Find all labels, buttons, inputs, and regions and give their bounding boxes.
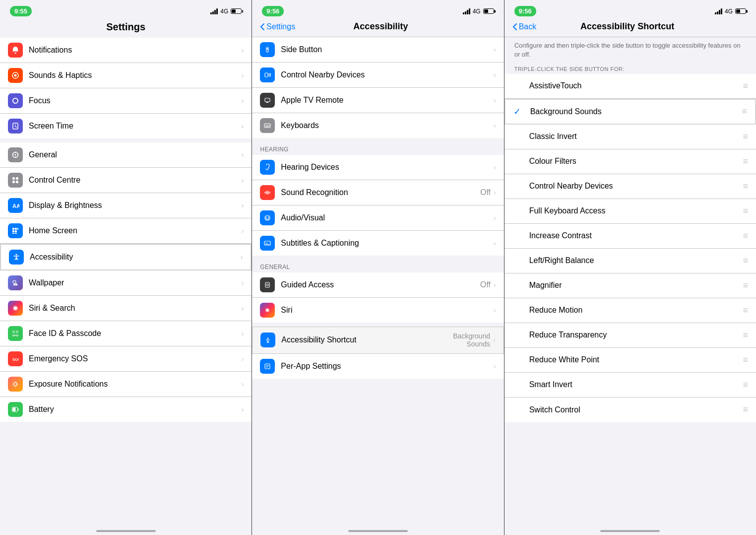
controlnearby-label: Control Nearby Devices	[281, 70, 494, 79]
svg-text:SOS: SOS	[12, 357, 19, 362]
drag-handle-classicinvert[interactable]: ≡	[743, 132, 748, 142]
svg-rect-25	[13, 408, 16, 411]
keyboards-label: Keyboards	[281, 121, 494, 130]
settings-item-controlcentre[interactable]: Control Centre ›	[0, 168, 252, 193]
screentime-icon	[8, 119, 23, 134]
display-icon: AA	[8, 198, 23, 213]
signal-icon-3	[715, 8, 722, 14]
status-icons-3: 4G	[715, 8, 746, 15]
settings-item-display[interactable]: AA Display & Brightness ›	[0, 193, 252, 218]
drag-handle-smartinvert[interactable]: ≡	[743, 380, 748, 390]
drag-handle-assistivetouch[interactable]: ≡	[743, 81, 748, 91]
drag-handle-increasecontrast[interactable]: ≡	[743, 231, 748, 241]
settings-title: Settings	[8, 21, 244, 33]
shortcut-item-reducetransparency[interactable]: ✓ Reduce Transparency ≡	[504, 323, 756, 348]
display-label: Display & Brightness	[29, 201, 242, 210]
notifications-icon	[8, 43, 23, 58]
settings-item-wallpaper[interactable]: Wallpaper ›	[0, 270, 252, 296]
settings-scroll-1[interactable]: Notifications › Sounds & Haptics ›	[0, 38, 252, 521]
a11y-item-audiovisual[interactable]: Audio/Visual ›	[252, 205, 504, 231]
settings-item-sos[interactable]: SOS Emergency SOS ›	[0, 346, 252, 372]
a11y-item-shortcut[interactable]: Accessibility Shortcut BackgroundSounds …	[252, 327, 504, 354]
status-time-1: 9:55	[10, 6, 32, 16]
shortcut-item-controlnearby2[interactable]: ✓ Control Nearby Devices ≡	[504, 174, 756, 199]
shortcut-item-classicinvert[interactable]: ✓ Classic Invert ≡	[504, 125, 756, 149]
settings-item-homescreen[interactable]: Home Screen ›	[0, 218, 252, 244]
shortcut-item-reducewhitepoint[interactable]: ✓ Reduce White Point ≡	[504, 348, 756, 373]
a11y-item-siri2[interactable]: Siri ›	[252, 298, 504, 323]
home-bar-line-3	[600, 530, 660, 532]
battery-icon-3	[735, 8, 746, 14]
settings-item-sounds[interactable]: Sounds & Haptics ›	[0, 63, 252, 88]
status-bar-3: 9:56 4G	[504, 0, 756, 18]
general-icon	[8, 147, 23, 162]
back-label-2: Settings	[266, 22, 295, 31]
shortcut-item-assistivetouch[interactable]: ✓ AssistiveTouch ≡	[504, 74, 756, 99]
shortcut-item-fullkeyboard[interactable]: ✓ Full Keyboard Access ≡	[504, 199, 756, 224]
drag-handle-reducetransparency[interactable]: ≡	[743, 330, 748, 340]
controlcentre-icon	[8, 173, 23, 188]
shortcut-item-bgsounds[interactable]: ✓ Background Sounds ≡	[504, 99, 756, 125]
shortcut-label-assistivetouch: AssistiveTouch	[529, 81, 743, 90]
a11y-item-guidedaccess[interactable]: Guided Access Off ›	[252, 272, 504, 298]
chevron-perappsettings: ›	[494, 362, 496, 370]
exposure-label: Exposure Notifications	[29, 380, 242, 389]
drag-handle-reducemotion[interactable]: ≡	[743, 305, 748, 316]
chevron-general: ›	[242, 151, 244, 159]
shortcut-subtitle: Configure and then triple-click the side…	[504, 37, 756, 61]
status-icons-2: 4G	[463, 8, 494, 15]
status-time-2: 9:56	[262, 6, 284, 16]
soundrecog-label: Sound Recognition	[281, 188, 480, 197]
drag-handle-fullkeyboard[interactable]: ≡	[743, 206, 748, 216]
back-to-settings[interactable]: Settings	[260, 22, 295, 31]
svg-point-34	[268, 216, 269, 217]
shortcut-label-reducemotion: Reduce Motion	[529, 306, 743, 315]
a11y-item-keyboards[interactable]: Keyboards ›	[252, 113, 504, 138]
settings-item-screentime[interactable]: Screen Time ›	[0, 114, 252, 138]
settings-item-exposure[interactable]: Exposure Notifications ›	[0, 372, 252, 397]
appletv-icon	[260, 93, 275, 108]
shortcut-scroll[interactable]: Configure and then triple-click the side…	[504, 37, 756, 522]
a11y-item-subtitles[interactable]: Subtitles & Captioning ›	[252, 231, 504, 256]
settings-item-faceid[interactable]: Face ID & Passcode ›	[0, 321, 252, 346]
settings-item-siri[interactable]: Siri & Search ›	[0, 296, 252, 321]
settings-item-focus[interactable]: Focus ›	[0, 88, 252, 114]
drag-handle-bgsounds[interactable]: ≡	[742, 106, 747, 117]
accessibility-nav: Settings Accessibility	[252, 18, 504, 37]
shortcut-label-2: Accessibility Shortcut	[281, 335, 453, 344]
settings-item-battery[interactable]: Battery ›	[0, 397, 252, 422]
drag-handle-leftrightbalance[interactable]: ≡	[743, 256, 748, 266]
a11y-item-appletv[interactable]: Apple TV Remote ›	[252, 88, 504, 113]
a11y-item-controlnearby[interactable]: Control Nearby Devices ›	[252, 63, 504, 88]
home-bar-1	[0, 521, 252, 535]
a11y-item-hearingdevices[interactable]: Hearing Devices ›	[252, 155, 504, 180]
chevron-siri2: ›	[494, 306, 496, 314]
shortcut-item-switchcontrol[interactable]: ✓ Switch Control ≡	[504, 398, 756, 422]
drag-handle-colourfilters[interactable]: ≡	[743, 156, 748, 167]
drag-handle-switchcontrol[interactable]: ≡	[743, 404, 748, 415]
svg-rect-24	[18, 408, 19, 410]
drag-handle-reducewhitepoint[interactable]: ≡	[743, 355, 748, 365]
drag-handle-magnifier[interactable]: ≡	[743, 280, 748, 291]
a11y-item-sidebutton[interactable]: Side Button ›	[252, 37, 504, 63]
shortcut-item-leftrightbalance[interactable]: ✓ Left/Right Balance ≡	[504, 249, 756, 273]
accessibility-scroll[interactable]: Side Button › Control Nearby Devices ›	[252, 37, 504, 522]
settings-item-general[interactable]: General ›	[0, 142, 252, 168]
shortcut-item-reducemotion[interactable]: ✓ Reduce Motion ≡	[504, 298, 756, 323]
drag-handle-controlnearby2[interactable]: ≡	[743, 181, 748, 192]
a11y-item-perappsettings[interactable]: Per-App Settings ›	[252, 354, 504, 379]
shortcut-item-smartinvert[interactable]: ✓ Smart Invert ≡	[504, 373, 756, 398]
chevron-siri: ›	[242, 304, 244, 312]
shortcut-label-switchcontrol: Switch Control	[529, 405, 743, 414]
settings-item-accessibility[interactable]: Accessibility ›	[0, 244, 252, 270]
siri2-icon	[260, 303, 275, 318]
a11y-item-soundrecog[interactable]: Sound Recognition Off ›	[252, 180, 504, 205]
shortcut-item-magnifier[interactable]: ✓ Magnifier ≡	[504, 273, 756, 298]
settings-item-notifications[interactable]: Notifications ›	[0, 38, 252, 63]
chevron-controlnearby: ›	[494, 71, 496, 79]
status-bar-1: 9:55 4G	[0, 0, 252, 18]
chevron-exposure: ›	[242, 380, 244, 388]
shortcut-item-colourfilters[interactable]: ✓ Colour Filters ≡	[504, 149, 756, 174]
shortcut-item-increasecontrast[interactable]: ✓ Increase Contrast ≡	[504, 224, 756, 249]
back-to-accessibility[interactable]: Back	[512, 22, 537, 31]
